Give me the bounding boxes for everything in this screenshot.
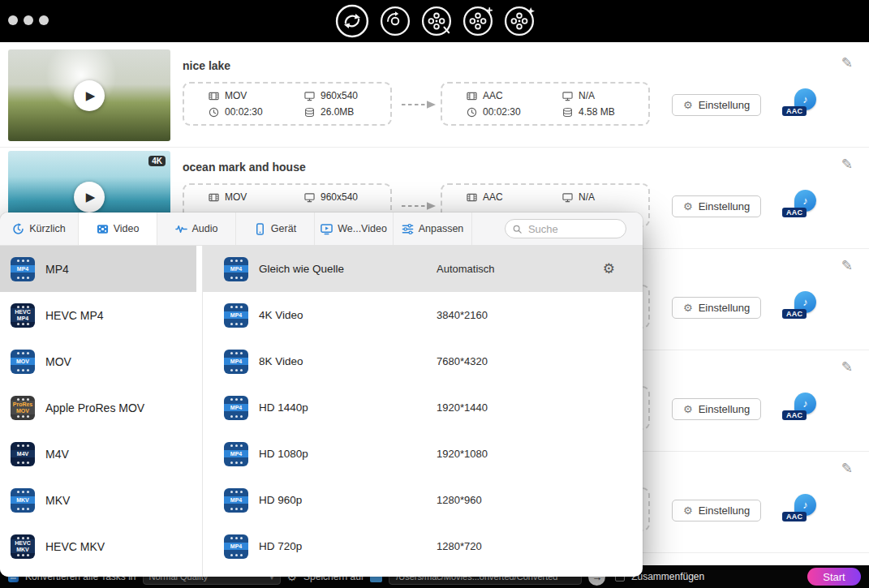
target-size: 4.58 MB (562, 106, 643, 118)
gear-icon: ⚙ (683, 403, 693, 415)
preset-8k[interactable]: MP4 8K Video 7680*4320 (203, 338, 643, 384)
m4v-format-icon: M4V (11, 442, 35, 466)
format-item-hevc-mp4[interactable]: HEVC MP4 HEVC MP4 (0, 292, 196, 338)
settings-button[interactable]: ⚙Einstellung (672, 500, 761, 521)
display-icon (304, 91, 315, 101)
video-thumbnail[interactable]: ▶ (8, 49, 170, 141)
mp4-format-icon: MP4 (224, 534, 248, 559)
film-icon (467, 192, 477, 203)
format-list: MP4 MP4 HEVC MP4 HEVC MP4 MOV MOV ProRes… (0, 246, 196, 577)
target-duration: 00:02:30 (467, 106, 562, 118)
format-item-mov[interactable]: MOV MOV (0, 338, 196, 384)
video-icon (97, 223, 109, 235)
preset-list: MP4 Gleich wie Quelle Automatisch ⚙ MP4 … (203, 246, 643, 577)
gear-icon: ⚙ (683, 504, 693, 517)
task-row: ▶ nice lake MOV 960x540 00:02:30 26.0MB … (0, 46, 869, 148)
output-format-icon[interactable]: ♪AAC (781, 494, 818, 523)
format-item-prores-mov[interactable]: ProRes MOV Apple ProRes MOV (0, 384, 196, 431)
search-icon (513, 224, 522, 234)
format-tabs: Kürzlich Video Audio Gerät We...Video An… (0, 212, 643, 246)
customize-icon (402, 223, 414, 235)
task-title: ocean mark and house (183, 161, 306, 174)
target-resolution: N/A (562, 90, 643, 101)
mp4-format-icon: MP4 (224, 350, 248, 374)
tab-recent[interactable]: Kürzlich (0, 212, 79, 245)
tab-video[interactable]: Video (79, 212, 157, 245)
tab-audio[interactable]: Audio (157, 212, 236, 245)
settings-button[interactable]: ⚙Einstellung (672, 94, 761, 116)
output-format-icon[interactable]: ♪AAC (781, 393, 818, 422)
mkv-format-icon: MKV (11, 488, 35, 513)
mp4-format-icon: MP4 (11, 257, 35, 281)
resolution-badge: 4K (148, 156, 166, 166)
disc-arrow-icon[interactable] (380, 6, 411, 36)
play-button[interactable]: ▶ (74, 182, 105, 212)
preset-hd-1080p[interactable]: MP4 HD 1080p 1920*1080 (203, 431, 643, 477)
preset-hd-720p[interactable]: MP4 HD 720p 1280*720 (203, 523, 643, 569)
recent-icon (12, 223, 24, 235)
film-icon (209, 91, 219, 101)
clock-icon (467, 107, 477, 118)
search-box[interactable] (505, 219, 626, 238)
sync-arrows-icon[interactable] (335, 4, 369, 38)
format-item-m4v[interactable]: M4V M4V (0, 431, 196, 477)
edit-pencil-icon[interactable]: ✎ (841, 156, 853, 173)
settings-button[interactable]: ⚙Einstellung (672, 297, 761, 319)
convert-arrow-icon (401, 98, 437, 113)
preset-same-as-source[interactable]: MP4 Gleich wie Quelle Automatisch ⚙ (203, 246, 643, 292)
mp4-format-icon: MP4 (224, 257, 248, 281)
play-icon: ▶ (86, 190, 96, 204)
mp4-format-icon: MP4 (224, 488, 248, 513)
size-icon (562, 107, 573, 118)
film-reel-plus-icon[interactable] (462, 6, 493, 36)
display-icon (304, 192, 315, 203)
film-reel-icon[interactable] (421, 6, 452, 36)
format-picker-popup: Kürzlich Video Audio Gerät We...Video An… (0, 212, 643, 577)
film-reel-star-icon[interactable] (504, 6, 535, 36)
tab-web-video[interactable]: We...Video (315, 212, 394, 245)
target-format: AAC (467, 191, 562, 203)
device-icon (254, 223, 266, 235)
output-format-icon[interactable]: ♪AAC (781, 190, 818, 219)
film-icon (209, 192, 219, 203)
gear-icon: ⚙ (683, 200, 693, 212)
clock-icon (209, 107, 219, 118)
audio-icon (175, 223, 187, 235)
preset-hd-960p[interactable]: MP4 HD 960p 1280*960 (203, 477, 643, 523)
preset-4k[interactable]: MP4 4K Video 3840*2160 (203, 292, 643, 338)
source-size: 26.0MB (304, 106, 385, 118)
edit-pencil-icon[interactable]: ✎ (841, 54, 853, 71)
gear-icon[interactable]: ⚙ (603, 260, 615, 277)
edit-pencil-icon[interactable]: ✎ (841, 460, 853, 477)
output-format-icon[interactable]: ♪AAC (781, 88, 818, 118)
tab-customize[interactable]: Anpassen (394, 212, 472, 245)
mp4-format-icon: MP4 (224, 442, 248, 466)
titlebar (0, 0, 869, 42)
film-icon (467, 91, 477, 101)
output-format-icon[interactable]: ♪AAC (781, 291, 818, 320)
play-button[interactable]: ▶ (74, 80, 105, 111)
format-item-mp4[interactable]: MP4 MP4 (0, 246, 196, 292)
target-info-box[interactable]: AAC N/A 00:02:30 4.58 MB (441, 82, 650, 126)
prores-format-icon: ProRes MOV (11, 396, 35, 420)
source-duration: 00:02:30 (209, 106, 304, 118)
edit-pencil-icon[interactable]: ✎ (841, 257, 853, 274)
web-video-icon (320, 223, 333, 235)
format-item-mkv[interactable]: MKV MKV (0, 477, 196, 523)
mp4-format-icon: MP4 (224, 396, 248, 420)
target-format: AAC (467, 90, 562, 101)
gear-icon: ⚙ (683, 99, 693, 111)
tab-device[interactable]: Gerät (236, 212, 315, 245)
play-icon: ▶ (86, 88, 96, 103)
preset-hd-1440p[interactable]: MP4 HD 1440p 1920*1440 (203, 384, 643, 431)
search-input[interactable] (527, 222, 618, 236)
settings-button[interactable]: ⚙Einstellung (672, 195, 761, 217)
task-title: nice lake (183, 59, 230, 72)
edit-pencil-icon[interactable]: ✎ (841, 358, 853, 376)
format-item-hevc-mkv[interactable]: HEVC MKV HEVC MKV (0, 523, 196, 569)
source-resolution: 960x540 (304, 191, 385, 203)
merge-label: Zusammenfügen (631, 571, 704, 582)
start-button[interactable]: Start (807, 568, 861, 586)
settings-button[interactable]: ⚙Einstellung (672, 398, 761, 420)
display-icon (562, 192, 573, 203)
